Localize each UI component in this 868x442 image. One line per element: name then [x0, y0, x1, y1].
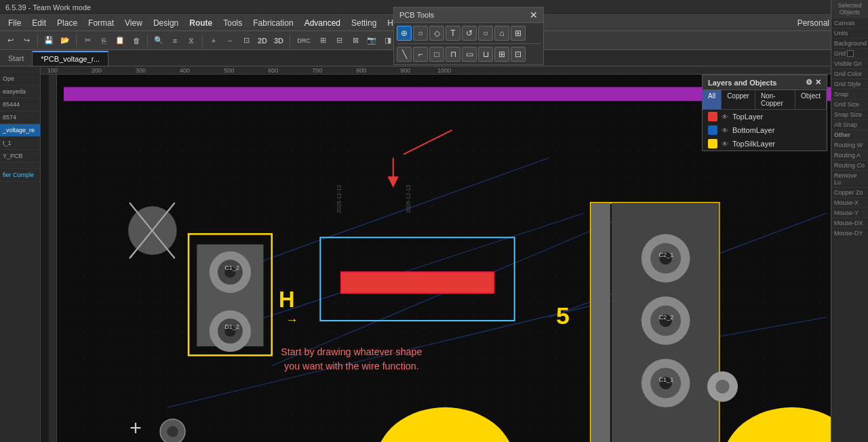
pct-btn-0[interactable]: ⊕ [397, 26, 412, 41]
toolbar-btn-zoomfit[interactable]: ⊡ [239, 33, 254, 48]
toolbar-btn-3d[interactable]: 3D [271, 33, 286, 48]
lp-item-num1[interactable]: 85444 [0, 98, 40, 111]
lp-item-t1[interactable]: t_1 [0, 137, 40, 150]
layer-topsilk[interactable]: 👁 TopSilkLayer [703, 137, 827, 150]
layers-tab-object[interactable]: Object [795, 90, 827, 109]
pct-btn-14[interactable]: ⊞ [494, 47, 509, 62]
ruler-vertical [49, 75, 57, 442]
layer-color-bot [708, 125, 717, 135]
toolbar-btn-delete[interactable]: 🗑 [129, 33, 144, 48]
layers-close-icon[interactable]: ✕ [815, 78, 821, 87]
props-routinga-label: Routing A [831, 150, 868, 161]
layers-tab-noncopper[interactable]: Non-Copper [755, 90, 795, 109]
menu-item-place[interactable]: Place [52, 17, 83, 29]
pct-btn-6[interactable]: ⌂ [494, 26, 509, 41]
layer-name-top: TopLayer [732, 113, 763, 121]
lp-item-easyeda[interactable]: easyeda [0, 85, 40, 98]
menu-item-fabrication[interactable]: Fabrication [248, 17, 298, 29]
toolbar-btn-redo[interactable]: ↪ [19, 33, 34, 48]
props-bg-label: Background [834, 40, 867, 47]
pct-btn-10[interactable]: □ [429, 47, 444, 62]
menu-item-file[interactable]: File [3, 17, 26, 29]
toolbar-btn-more2[interactable]: ⊟ [332, 33, 347, 48]
tab-start[interactable]: Start [0, 51, 33, 66]
menu-item-advanced[interactable]: Advanced [299, 17, 346, 29]
toolbar-btn-drc[interactable]: DRC [294, 33, 314, 48]
toolbar-btn-open[interactable]: 📂 [58, 33, 73, 48]
menu-item-edit[interactable]: Edit [26, 17, 52, 29]
layers-settings-icon[interactable]: ⚙ [806, 78, 812, 87]
lp-item-open[interactable]: Ope [0, 73, 40, 85]
lp-item-voltage[interactable]: _voltage_re [0, 124, 40, 137]
menu-item-view[interactable]: View [119, 17, 148, 29]
toolbar-btn-zoomin[interactable]: + [206, 33, 221, 48]
toolbar-btn-more3[interactable]: ⊠ [348, 33, 363, 48]
lp-item-empty [0, 163, 40, 169]
pct-btn-13[interactable]: ⊔ [478, 47, 493, 62]
menu-item-design[interactable]: Design [148, 17, 184, 29]
toolbar-btn-zoomout[interactable]: − [222, 33, 237, 48]
toolbar-btn-cut[interactable]: ✂ [80, 33, 95, 48]
menu-item-format[interactable]: Format [83, 17, 119, 29]
toolbar-btn-search[interactable]: 🔍 [151, 33, 166, 48]
pct-btn-2[interactable]: ◇ [429, 26, 444, 41]
props-mousey-label: Mouse-Y [831, 208, 868, 218]
user-label[interactable]: Personal [792, 17, 835, 29]
toolbar-btn-filter[interactable]: ⧖ [184, 33, 199, 48]
menu-item-tools[interactable]: Tools [218, 17, 248, 29]
comp-d1-label: D1_2 [224, 323, 239, 330]
props-units-label: Units [831, 28, 868, 39]
menu-item-route[interactable]: Route [184, 17, 218, 29]
small-circle-bl-inner [167, 426, 178, 437]
leftpanel: Ope easyeda 85444 8574 _voltage_re t_1 Y… [0, 66, 41, 442]
props-title: Selected Objects [831, 0, 868, 18]
props-gridstyle-label: Grid Style [831, 79, 868, 89]
toolbar-btn-paste[interactable]: 📋 [113, 33, 127, 48]
five-symbol: 5 [556, 302, 570, 329]
layer-bottomlayer[interactable]: 👁 BottomLayer [703, 123, 827, 137]
layers-panel: Layers and Objects ⚙ ✕ All Copper Non-Co… [702, 75, 827, 151]
pct-btn-4[interactable]: ↺ [462, 26, 477, 41]
props-grid-row: Grid [831, 49, 868, 59]
tab-pcb[interactable]: *PCB_voltage_r... [33, 51, 108, 66]
toolbar-btn-more4[interactable]: 📷 [364, 33, 379, 48]
layer-eye-silk[interactable]: 👁 [722, 140, 728, 148]
pcbtools-close[interactable]: ✕ [530, 9, 538, 20]
layer-color-top [708, 112, 717, 121]
pct-btn-9[interactable]: ⌐ [413, 47, 428, 62]
lp-item-num2[interactable]: 8574 [0, 111, 40, 124]
layer-eye-top[interactable]: 👁 [722, 113, 728, 121]
toolbar-sep-4 [202, 35, 203, 47]
red-component [341, 272, 494, 293]
toolbar-btn-save[interactable]: 💾 [41, 33, 56, 48]
layer-toplayer[interactable]: 👁 TopLayer [703, 110, 827, 123]
lp-item-fier[interactable]: fier Comple [0, 169, 40, 182]
layer-eye-bot[interactable]: 👁 [722, 127, 728, 134]
lp-item-1[interactable] [0, 66, 40, 73]
lp-item-pcb[interactable]: Y_PCB [0, 150, 40, 163]
props-grid-checkbox[interactable] [847, 50, 854, 57]
toolbar-btn-2d[interactable]: 2D [255, 33, 270, 48]
pct-btn-11[interactable]: ⊓ [446, 47, 460, 62]
pct-btn-7[interactable]: ⊞ [511, 26, 526, 41]
pct-btn-8[interactable]: ╲ [397, 47, 412, 62]
pct-btn-5[interactable]: ○ [478, 26, 493, 41]
pct-btn-12[interactable]: ▭ [462, 47, 477, 62]
toolbar-btn-list[interactable]: ≡ [167, 33, 182, 48]
pct-btn-3[interactable]: T [446, 26, 460, 41]
props-gridcolor-label: Grid Color [831, 69, 868, 79]
layers-tab-copper[interactable]: Copper [722, 90, 755, 109]
pct-btn-1[interactable]: ○ [413, 26, 428, 41]
menu-item-setting[interactable]: Setting [346, 17, 382, 29]
toolbar-btn-copy[interactable]: ⎘ [96, 33, 111, 48]
props-removelu-label: Remove Lu [831, 171, 868, 188]
props-visgrid-label: Visible Gri [831, 59, 868, 69]
layers-tab-all[interactable]: All [703, 90, 722, 109]
props-mousedy-label: Mouse-DY [831, 228, 868, 238]
pct-btn-15[interactable]: ⊡ [511, 47, 526, 62]
toolbar-btn-undo[interactable]: ↩ [3, 33, 18, 48]
layers-header: Layers and Objects ⚙ ✕ [703, 75, 827, 90]
toolbar-btn-more1[interactable]: ⊞ [315, 33, 330, 48]
plus-icon: + [130, 416, 142, 439]
props-mousex-label: Mouse-X [831, 198, 868, 208]
